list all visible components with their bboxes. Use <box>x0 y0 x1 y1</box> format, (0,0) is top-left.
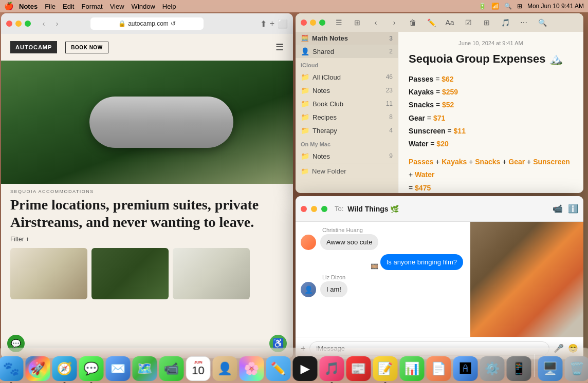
reload-icon[interactable]: ↺ <box>171 20 176 27</box>
autocamp-logo: AUTOCAMP <box>10 41 57 53</box>
dock-numbers[interactable]: 📊 <box>400 356 425 381</box>
search-notes-icon[interactable]: 🔍 <box>536 16 548 29</box>
icloud-section: iCloud <box>296 58 398 70</box>
gear-line: Gear = $71 <box>409 112 573 125</box>
notes-folder-mac[interactable]: 📁 Notes 9 <box>296 149 398 163</box>
christine-avatar <box>301 235 316 250</box>
gallery-item-3[interactable] <box>173 248 250 299</box>
therapy-folder[interactable]: 📁 Therapy 4 <box>296 124 398 137</box>
notes-maximize-button[interactable] <box>319 20 325 26</box>
search-icon[interactable]: 🔍 <box>504 3 512 10</box>
recipes-icon: 📁 <box>301 113 309 121</box>
dock-iphone[interactable]: 📱 <box>507 356 531 381</box>
dock-calendar[interactable]: JUN 10 <box>186 356 211 381</box>
menu-notes[interactable]: Notes <box>19 3 38 10</box>
notes-close-button[interactable] <box>301 20 307 26</box>
dock-contacts[interactable]: 👤 <box>213 356 237 381</box>
dock-screen-mirror[interactable]: 🖥️ <box>538 356 563 381</box>
dock-appletv[interactable]: ▶ <box>293 356 318 381</box>
menu-format[interactable]: Format <box>81 3 102 10</box>
sidebar-toggle-icon[interactable]: ☰ <box>333 16 345 29</box>
forward-nav-icon[interactable]: › <box>388 16 400 29</box>
notes-mac-icon: 📁 <box>301 152 309 160</box>
sidebar-icon[interactable]: ⬜ <box>278 19 288 29</box>
checklist-icon[interactable]: ☑ <box>462 16 474 29</box>
dock-notes[interactable]: 📝 <box>373 356 398 381</box>
address-bar[interactable]: 🔒 autocamp.com ↺ <box>90 17 204 30</box>
all-icloud-folder[interactable]: 📁 All iCloud 46 <box>296 70 398 84</box>
delete-icon[interactable]: 🗑 <box>407 16 419 29</box>
video-call-icon[interactable]: 📹 <box>553 204 563 214</box>
dock-safari[interactable]: 🧭 <box>52 356 77 381</box>
menu-help[interactable]: Help <box>162 3 176 10</box>
menu-edit[interactable]: Edit <box>63 3 74 10</box>
gallery-item-2[interactable] <box>91 248 169 299</box>
font-icon[interactable]: Aa <box>444 16 456 29</box>
filter-button[interactable]: Filter + <box>1 236 293 248</box>
minimize-button[interactable] <box>15 21 22 27</box>
dock-mail[interactable]: ✉️ <box>106 356 131 381</box>
recipes-folder[interactable]: 📁 Recipes 8 <box>296 110 398 124</box>
dock-launchpad[interactable]: 🚀 <box>26 356 50 381</box>
notes-content[interactable]: June 10, 2024 at 9:41 AM Sequoia Group E… <box>398 32 583 193</box>
shared-folder[interactable]: 👤 Shared 2 <box>296 45 398 58</box>
messages-window: To: Wild Things 🌿 📹 ℹ️ Christine Huang A… <box>296 196 583 359</box>
gallery <box>1 248 293 299</box>
hamburger-menu[interactable]: ☰ <box>275 42 284 53</box>
messages-close-button[interactable] <box>301 206 307 212</box>
dock-maps[interactable]: 🗺️ <box>133 356 157 381</box>
menu-file[interactable]: File <box>45 3 56 10</box>
new-folder-button[interactable]: 📁 New Folder <box>296 163 398 179</box>
kayaks-line: Kayaks = $259 <box>409 86 573 99</box>
note-title: Sequoia Group Expenses 🏔️ <box>409 52 573 66</box>
table-icon[interactable]: ⊞ <box>481 16 493 29</box>
dock-freeform[interactable]: ✏️ <box>266 356 291 381</box>
apple-menu[interactable]: 🍎 <box>4 2 14 11</box>
audio-icon[interactable]: 🎵 <box>499 16 511 29</box>
compose-icon[interactable]: ✏️ <box>425 16 437 29</box>
browser-titlebar: ‹ › 🔒 autocamp.com ↺ ⬆ + ⬜ <box>1 13 293 34</box>
math-notes-folder[interactable]: 🧮 Math Notes 3 <box>296 32 398 45</box>
info-icon[interactable]: ℹ️ <box>568 204 578 214</box>
autocamp-header: AUTOCAMP BOOK NOW ☰ <box>1 34 293 61</box>
url-text: autocamp.com <box>128 20 169 27</box>
dock-music[interactable]: 🎵 <box>320 356 344 381</box>
maximize-button[interactable] <box>25 21 31 27</box>
dock-messages[interactable]: 💬 <box>79 356 104 381</box>
messages-main[interactable]: Christine Huang Awww soo cute 🎞️ Is anyo… <box>296 222 470 337</box>
christine-bubble: Awww soo cute <box>320 234 378 250</box>
close-button[interactable] <box>6 21 12 27</box>
dock-trash[interactable]: 🗑️ <box>565 356 589 381</box>
battery-icon: 🔋 <box>479 3 486 10</box>
messages-maximize-button[interactable] <box>321 206 327 212</box>
dock-photos[interactable]: 🌸 <box>240 356 264 381</box>
forward-button[interactable]: › <box>51 18 63 29</box>
dock-facetime[interactable]: 📹 <box>159 356 184 381</box>
grid-view-icon[interactable]: ⊞ <box>351 16 363 29</box>
christine-name: Christine Huang <box>320 227 378 233</box>
dock-finder[interactable]: 🐾 <box>0 356 24 381</box>
liz-avatar: 👤 <box>301 282 316 297</box>
messages-minimize-button[interactable] <box>311 206 317 212</box>
dock-pages[interactable]: 📄 <box>427 356 451 381</box>
dock-appstore[interactable]: 🅰 <box>453 356 478 381</box>
dock-news[interactable]: 📰 <box>346 356 371 381</box>
menu-window[interactable]: Window <box>132 3 155 10</box>
back-button[interactable]: ‹ <box>38 18 49 29</box>
water-line: Water = $20 <box>409 138 573 150</box>
menu-view[interactable]: View <box>110 3 124 10</box>
notes-minimize-button[interactable] <box>310 20 316 26</box>
dock-settings[interactable]: ⚙️ <box>480 356 505 381</box>
messages-titlebar: To: Wild Things 🌿 📹 ℹ️ <box>296 196 583 222</box>
more-icon[interactable]: ⋯ <box>518 16 530 29</box>
bookclub-folder[interactable]: 📁 Book Club 11 <box>296 97 398 110</box>
new-tab-icon[interactable]: + <box>270 19 274 28</box>
film-emoji: 🎞️ <box>371 263 378 270</box>
share-icon[interactable]: ⬆ <box>260 19 267 29</box>
book-now-button[interactable]: BOOK NOW <box>65 42 108 53</box>
notes-folder-icloud[interactable]: 📁 Notes 23 <box>296 84 398 97</box>
back-nav-icon[interactable]: ‹ <box>370 16 382 29</box>
message-outgoing: 🎞️ Is anyone bringing film? <box>301 254 465 270</box>
gallery-item-1[interactable] <box>10 248 87 299</box>
control-center-icon[interactable]: ⊞ <box>517 3 522 10</box>
